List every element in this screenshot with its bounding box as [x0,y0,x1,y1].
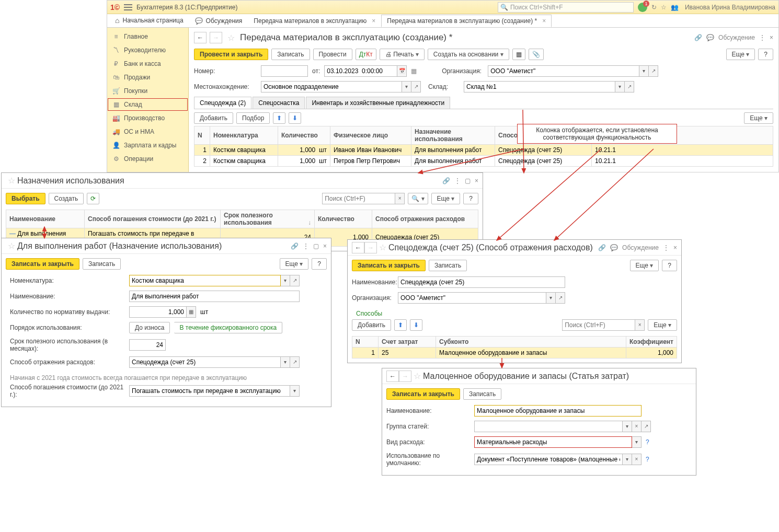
open-icon[interactable]: ↗ [625,81,634,92]
nav-back-button[interactable]: ← [194,32,207,43]
search-input[interactable] [562,319,635,331]
calendar-icon[interactable]: 📅 [397,65,407,77]
refresh-button[interactable]: ⟳ [87,193,99,204]
nav-forward-button[interactable]: → [364,242,377,253]
help-icon[interactable]: ? [646,438,649,446]
calendar-small-icon[interactable]: ▦ [411,67,417,75]
close-icon[interactable]: × [542,17,546,25]
history-icon[interactable]: ↻ [651,4,657,11]
sidebar-item-salary[interactable]: 👤Зарплата и кадры [107,138,188,152]
org-input[interactable] [398,292,546,304]
dropdown-icon[interactable]: ▾ [623,454,632,465]
star-icon[interactable]: ☆ [379,242,386,252]
sidebar-item-bank[interactable]: ₽Банк и касса [107,57,188,71]
nav-forward-button[interactable]: → [399,371,411,382]
method-input[interactable] [129,385,290,397]
discuss-icon[interactable]: 💬 [610,244,618,251]
save-close-button[interactable]: Записать и закрыть [352,260,426,271]
link-icon[interactable]: 🔗 [291,242,299,250]
help-button[interactable]: ? [312,258,327,270]
discuss-icon[interactable]: 💬 [706,34,714,41]
tab-equipment[interactable]: Спецоснастка [253,97,305,109]
add-button[interactable]: Добавить [194,112,233,124]
help-button[interactable]: ? [662,260,677,271]
print-button[interactable]: 🖨 Печать [380,49,425,60]
star-icon[interactable]: ☆ [8,241,15,251]
close-icon[interactable]: × [372,17,375,25]
open-icon[interactable]: ↗ [411,81,421,92]
more-button[interactable]: Еще [630,260,659,271]
dropdown-icon[interactable]: ▾ [632,436,641,448]
help-icon[interactable]: ? [646,456,649,463]
dropdown-icon[interactable]: ▾ [623,421,632,432]
menu-icon[interactable] [124,4,132,10]
tab-discussions[interactable]: Обсуждения [189,15,248,27]
open-icon[interactable]: ↗ [649,65,658,77]
current-user[interactable]: Иванова Ирина Владимировна [685,4,775,11]
help-button[interactable]: ? [463,193,478,204]
expense-input[interactable] [129,356,281,368]
nom-input[interactable] [129,275,281,286]
tab-home[interactable]: Начальная страница [109,14,189,27]
dropdown-icon[interactable]: ▾ [615,81,625,92]
clear-icon[interactable]: × [632,454,641,465]
add-button[interactable]: Добавить [352,319,391,331]
discuss-label[interactable]: Обсуждение [718,34,755,41]
close-icon[interactable]: × [475,177,478,184]
attach-button[interactable]: 📎 [529,49,544,60]
sidebar-item-assets[interactable]: 🚚ОС и НМА [107,125,188,138]
select-button[interactable]: Подбор [236,112,270,124]
favorite-icon[interactable]: ☆ [661,4,667,11]
star-icon[interactable]: ☆ [414,371,421,381]
report-button[interactable]: ▦ [512,49,525,60]
open-icon[interactable]: ↗ [290,275,300,286]
table-row[interactable]: 1 25 Малоценное оборудование и запасы 1,… [352,348,677,358]
table-row[interactable]: 2 Костюм сварщика 1,000 шт Петров Петр П… [194,156,773,167]
kebab-icon[interactable]: ⋮ [454,177,461,184]
qty-input[interactable] [129,306,187,318]
more-button[interactable]: Еще [431,193,461,204]
dtct-button[interactable]: ДтКт [356,49,376,60]
sidebar-item-sales[interactable]: 🛍Продажи [107,71,188,84]
dropdown-icon[interactable]: ▾ [281,275,290,286]
name-input[interactable] [398,276,565,288]
clear-icon[interactable]: × [635,319,645,331]
dropdown-icon[interactable]: ▾ [546,292,556,304]
sidebar-item-manager[interactable]: 〽Руководителю [107,43,188,57]
more-button[interactable]: Еще [744,112,773,124]
kebab-icon[interactable]: ⋮ [759,34,765,41]
nav-back-button[interactable]: ← [352,242,364,253]
maximize-icon[interactable]: ▢ [465,177,471,184]
default-input[interactable] [474,454,623,465]
link-icon[interactable]: 🔗 [694,34,702,41]
group-input[interactable] [474,421,623,432]
more-button[interactable]: Еще [280,258,309,270]
global-search[interactable]: 🔍 Поиск Ctrl+Shift+F [498,2,634,13]
save-close-button[interactable]: Записать и закрыть [6,258,79,270]
location-input[interactable] [261,81,402,92]
methods-table[interactable]: N Счет затрат Субконто Коэффициент 1 25 … [352,336,677,358]
org-input[interactable] [488,65,639,77]
date-input[interactable] [324,65,397,77]
move-up-button[interactable]: ⬆ [273,112,285,124]
open-icon[interactable]: ↗ [290,356,300,368]
sidebar-item-warehouse[interactable]: ▦Склад [107,98,188,111]
name-input[interactable] [129,291,300,302]
clear-icon[interactable]: × [632,421,641,432]
sidebar-item-operations[interactable]: ⚙Операции [107,152,188,166]
more-button[interactable]: Еще [648,319,677,331]
name-input[interactable] [474,405,641,417]
search-input[interactable] [322,193,395,204]
dropdown-icon[interactable]: ▾ [281,356,290,368]
tab-transfer-create[interactable]: Передача материалов в эксплуатацию (созд… [381,15,552,27]
sidebar-item-purchases[interactable]: 🛒Покупки [107,84,188,98]
create-based-button[interactable]: Создать на основании [428,49,509,60]
save-button[interactable]: Записать [83,258,121,270]
sidebar-item-production[interactable]: 🏭Производство [107,111,188,125]
users-icon[interactable]: 👥 [671,4,679,11]
order-fixed-button[interactable]: В течение фиксированного срока [174,322,282,333]
save-close-button[interactable]: Записать и закрыть [386,388,460,400]
save-button[interactable]: Записать [429,260,467,271]
type-input[interactable] [474,436,632,448]
choose-button[interactable]: Выбрать [6,193,45,204]
